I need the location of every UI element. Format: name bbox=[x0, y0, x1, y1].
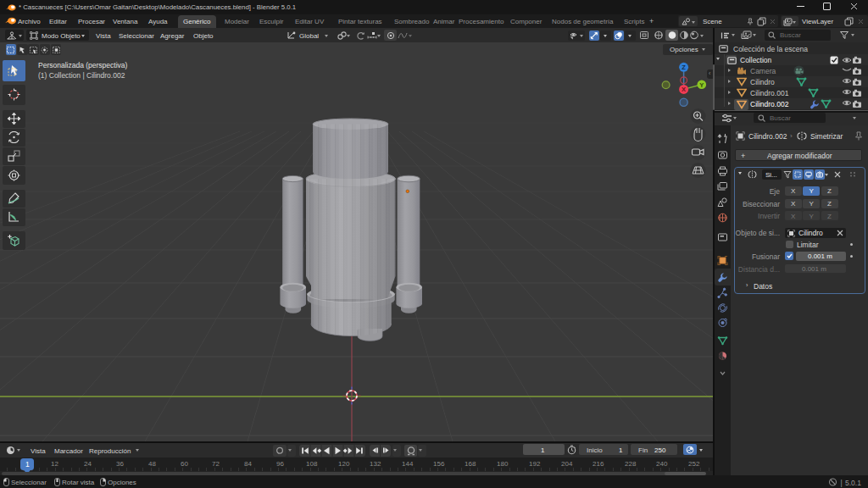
svg-text:Z: Z bbox=[682, 64, 686, 71]
svg-text:Y: Y bbox=[699, 81, 704, 89]
svg-text:X: X bbox=[682, 86, 686, 93]
